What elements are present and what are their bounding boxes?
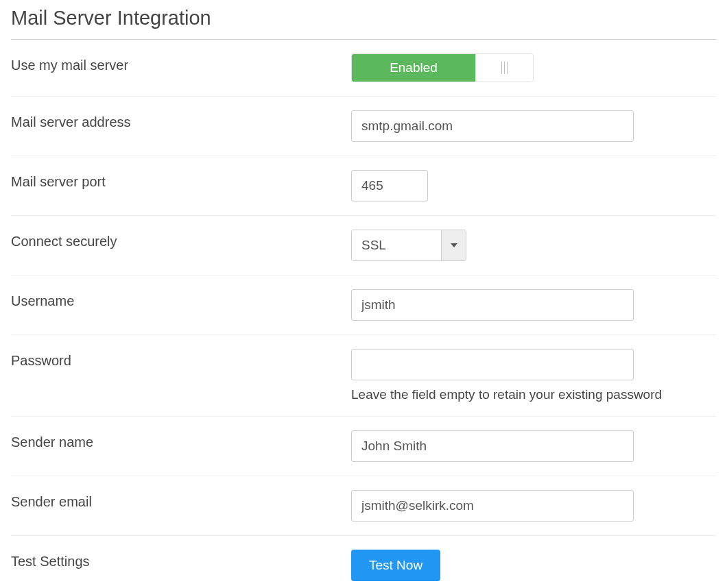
row-use-mail-server: Use my mail server Enabled (11, 40, 716, 97)
username-input[interactable] (351, 289, 634, 321)
toggle-handle-icon (475, 54, 533, 82)
row-connect-securely: Connect securely SSL (11, 216, 716, 275)
row-mail-server-port: Mail server port (11, 156, 716, 216)
username-label: Username (11, 289, 351, 309)
password-label: Password (11, 349, 351, 369)
password-input[interactable] (351, 349, 634, 380)
mail-server-port-label: Mail server port (11, 170, 351, 190)
toggle-enabled-label: Enabled (352, 54, 475, 82)
test-settings-label: Test Settings (11, 550, 351, 569)
row-username: Username (11, 275, 716, 335)
row-sender-email: Sender email (11, 476, 716, 536)
sender-name-input[interactable] (351, 430, 634, 462)
test-now-button[interactable]: Test Now (351, 550, 440, 581)
row-sender-name: Sender name (11, 417, 716, 476)
chevron-down-icon (441, 230, 466, 260)
use-mail-server-toggle[interactable]: Enabled (351, 53, 534, 82)
row-mail-server-address: Mail server address (11, 97, 716, 156)
sender-name-label: Sender name (11, 430, 351, 450)
password-help-text: Leave the field empty to retain your exi… (351, 387, 716, 402)
connect-securely-value: SSL (352, 230, 441, 260)
sender-email-label: Sender email (11, 490, 351, 510)
page-title: Mail Server Integration (11, 7, 716, 29)
use-mail-server-label: Use my mail server (11, 53, 351, 73)
connect-securely-label: Connect securely (11, 230, 351, 249)
mail-server-port-input[interactable] (351, 170, 428, 201)
sender-email-input[interactable] (351, 490, 634, 522)
row-test-settings: Test Settings Test Now (11, 536, 716, 588)
mail-server-address-label: Mail server address (11, 110, 351, 130)
row-password: Password Leave the field empty to retain… (11, 335, 716, 417)
connect-securely-select[interactable]: SSL (351, 230, 466, 261)
mail-server-address-input[interactable] (351, 110, 634, 142)
